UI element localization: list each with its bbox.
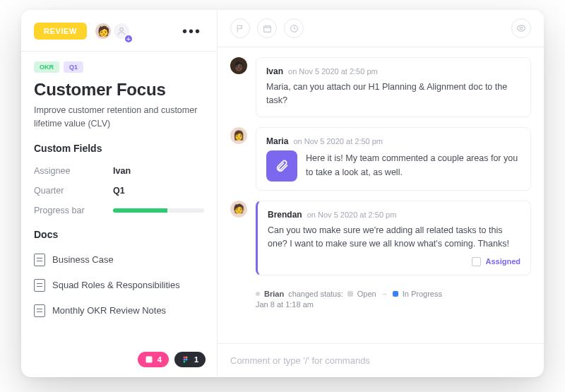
svg-point-6 [183, 361, 185, 363]
comment: 🧑🏿 Ivan on Nov 5 2020 at 2:50 pm Maria, … [230, 57, 531, 117]
task-description[interactable]: Improve customer retention and customer … [34, 104, 204, 131]
svg-point-5 [185, 359, 187, 361]
progress-bar[interactable] [113, 208, 204, 213]
status-from-color [347, 291, 353, 297]
tag-row: OKR Q1 [34, 61, 204, 73]
watch-icon[interactable] [511, 18, 531, 38]
status-actor: Brian [264, 290, 284, 298]
checkbox-icon[interactable] [472, 257, 481, 266]
doc-label: Squad Roles & Responsibilities [52, 280, 180, 290]
comment-body: Can you two make sure we're adding all r… [268, 224, 521, 251]
chip-count: 4 [157, 355, 162, 364]
doc-item[interactable]: Business Case [34, 247, 204, 273]
comment: 👩 Maria on Nov 5 2020 at 2:50 pm Here it… [230, 127, 531, 191]
svg-rect-1 [145, 357, 152, 363]
svg-point-0 [120, 28, 124, 31]
svg-point-4 [183, 359, 185, 361]
field-value: Ivan [113, 166, 131, 176]
status-pill[interactable]: REVIEW [34, 23, 87, 40]
plus-icon: + [124, 34, 133, 44]
assignee-avatars[interactable]: 🧑 + [94, 21, 131, 41]
avatar[interactable]: 🧑 [94, 22, 112, 40]
doc-item[interactable]: Squad Roles & Responsibilities [34, 273, 204, 298]
comment-timestamp: on Nov 5 2020 at 2:50 pm [307, 210, 397, 219]
history-icon[interactable] [284, 18, 304, 38]
comment-bubble[interactable]: Maria on Nov 5 2020 at 2:50 pm Here it i… [256, 127, 531, 191]
task-title[interactable]: Customer Focus [34, 80, 204, 100]
comment-meta: Brendan on Nov 5 2020 at 2:50 pm [268, 210, 521, 220]
comment-body: Here it is! My team commented a couple a… [306, 152, 521, 179]
status-verb: changed status: [288, 290, 343, 298]
comment-timestamp: on Nov 5 2020 at 2:50 pm [293, 137, 383, 145]
comment-bubble[interactable]: Ivan on Nov 5 2020 at 2:50 pm Maria, can… [256, 57, 531, 117]
field-label: Assignee [34, 166, 113, 176]
avatar[interactable]: 👩 [230, 127, 247, 144]
doc-icon [34, 279, 45, 292]
custom-fields-heading: Custom Fields [34, 143, 204, 154]
doc-label: Monthly OKR Review Notes [52, 305, 166, 316]
left-body: OKR Q1 Customer Focus Improve customer r… [21, 52, 217, 345]
left-header: REVIEW 🧑 + ••• [21, 10, 217, 51]
comment-meta: Ivan on Nov 5 2020 at 2:50 pm [266, 66, 521, 76]
left-panel: REVIEW 🧑 + ••• OKR Q1 Customer Focus Imp… [21, 10, 218, 377]
comment-bubble[interactable]: Brendan on Nov 5 2020 at 2:50 pm Can you… [256, 201, 531, 275]
svg-point-3 [185, 357, 187, 359]
doc-label: Business Case [52, 254, 114, 265]
tag-q1[interactable]: Q1 [64, 61, 83, 73]
linked-items-chip[interactable]: 4 [138, 352, 169, 367]
comment-author: Maria [266, 136, 288, 146]
more-menu-icon[interactable]: ••• [179, 22, 204, 41]
task-window: REVIEW 🧑 + ••• OKR Q1 Customer Focus Imp… [21, 10, 544, 377]
tag-okr[interactable]: OKR [34, 61, 59, 73]
doc-icon [34, 304, 45, 317]
svg-rect-7 [263, 25, 270, 32]
field-label: Quarter [34, 186, 113, 196]
comment-input[interactable]: Comment or type '/' for commands [218, 343, 544, 377]
figma-chip[interactable]: 1 [174, 352, 206, 367]
status-change-entry: Brian changed status: Open → In Progress… [230, 285, 531, 311]
comment-meta: Maria on Nov 5 2020 at 2:50 pm [266, 136, 521, 146]
arrow-right-icon: → [381, 290, 388, 298]
field-assignee[interactable]: Assignee Ivan [34, 161, 204, 181]
add-assignee-placeholder[interactable]: + [112, 22, 131, 40]
dot-icon [256, 292, 260, 296]
right-panel: 🧑🏿 Ivan on Nov 5 2020 at 2:50 pm Maria, … [218, 10, 544, 377]
field-label: Progress bar [34, 206, 113, 215]
figma-icon [182, 355, 190, 364]
avatar[interactable]: 🧑🏿 [230, 57, 247, 74]
status-to-color [393, 291, 398, 297]
left-footer: 4 1 [21, 345, 217, 377]
comment: 🧑 Brendan on Nov 5 2020 at 2:50 pm Can y… [230, 201, 531, 275]
field-quarter[interactable]: Quarter Q1 [34, 181, 204, 201]
doc-item[interactable]: Monthly OKR Review Notes [34, 298, 204, 323]
field-value: Q1 [113, 186, 125, 196]
activity-feed: 🧑🏿 Ivan on Nov 5 2020 at 2:50 pm Maria, … [218, 47, 544, 343]
field-progress[interactable]: Progress bar [34, 201, 204, 220]
docs-list: Business Case Squad Roles & Responsibili… [34, 247, 204, 323]
docs-heading: Docs [34, 229, 204, 240]
assigned-row[interactable]: Assigned [268, 257, 521, 266]
status-from: Open [357, 290, 376, 298]
comment-author: Ivan [266, 66, 283, 76]
flag-icon[interactable] [230, 18, 250, 38]
chip-count: 1 [194, 355, 198, 364]
svg-point-2 [183, 357, 185, 359]
status-to: In Progress [403, 290, 442, 298]
comment-body: Maria, can you attach our H1 Planning & … [266, 81, 521, 108]
status-timestamp: Jan 8 at 1:18 am [256, 300, 530, 309]
comment-author: Brendan [268, 210, 302, 220]
calendar-icon[interactable] [257, 18, 277, 38]
avatar[interactable]: 🧑 [230, 201, 247, 218]
progress-fill [113, 208, 167, 213]
right-header [218, 10, 544, 47]
comment-timestamp: on Nov 5 2020 at 2:50 pm [288, 67, 378, 76]
assigned-label: Assigned [485, 257, 521, 266]
doc-icon [34, 254, 45, 266]
svg-point-9 [520, 27, 523, 30]
attachment-icon[interactable] [266, 150, 297, 182]
